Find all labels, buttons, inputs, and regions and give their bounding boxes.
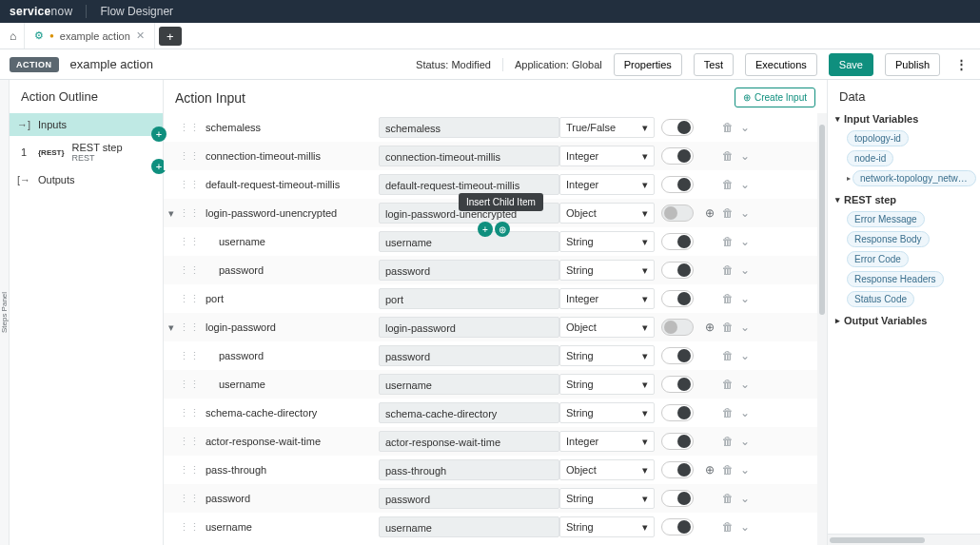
type-select[interactable]: String▾ (559, 374, 655, 395)
kebab-menu-button[interactable]: ⋮ (951, 57, 970, 71)
home-tab[interactable]: ⌂ (2, 23, 25, 49)
add-child-button[interactable]: ⊕ (700, 321, 719, 334)
row-expand-button[interactable]: ⌄ (736, 178, 754, 191)
data-chip[interactable]: Error Code (847, 251, 909, 267)
expand-toggle[interactable]: ▾ (164, 207, 179, 220)
mandatory-toggle[interactable] (661, 461, 694, 478)
type-select[interactable]: True/False▾ (559, 117, 655, 138)
outline-inputs-row[interactable]: →] Inputs + (10, 113, 163, 136)
add-child-button[interactable]: ⊕ (700, 463, 719, 477)
drag-handle-icon[interactable]: ⋮⋮ (179, 379, 192, 391)
row-expand-button[interactable]: ⌄ (736, 406, 754, 419)
delete-button[interactable]: 🗑 (719, 349, 736, 362)
type-select[interactable]: Object▾ (559, 459, 655, 480)
mandatory-toggle[interactable] (661, 119, 694, 136)
type-select[interactable]: String▾ (559, 345, 655, 366)
mandatory-toggle[interactable] (661, 147, 694, 165)
field-name-input[interactable]: username (379, 231, 559, 252)
test-button[interactable]: Test (694, 53, 734, 76)
tab-example-action[interactable]: ⚙ ● example action ✕ (25, 23, 155, 49)
drag-handle-icon[interactable]: ⋮⋮ (179, 464, 192, 477)
data-chip[interactable]: topology-id (847, 130, 909, 146)
drag-handle-icon[interactable]: ⋮⋮ (179, 436, 192, 448)
drag-handle-icon[interactable]: ⋮⋮ (179, 350, 192, 362)
drag-handle-icon[interactable]: ⋮⋮ (179, 293, 192, 305)
data-chip[interactable]: node-id (847, 150, 893, 166)
delete-button[interactable]: 🗑 (719, 149, 736, 163)
delete-button[interactable]: 🗑 (719, 178, 736, 191)
mandatory-toggle[interactable] (661, 490, 694, 507)
mandatory-toggle[interactable] (661, 347, 694, 364)
create-input-button[interactable]: ⊕Create Input (735, 88, 815, 107)
delete-button[interactable]: 🗑 (719, 520, 736, 534)
delete-button[interactable]: 🗑 (719, 292, 736, 305)
row-expand-button[interactable]: ⌄ (736, 263, 754, 277)
drag-handle-icon[interactable]: ⋮⋮ (179, 122, 192, 134)
mandatory-toggle[interactable] (661, 518, 694, 535)
row-expand-button[interactable]: ⌄ (736, 206, 754, 220)
mandatory-toggle[interactable] (661, 376, 694, 393)
data-chip[interactable]: Response Headers (847, 271, 944, 287)
field-name-input[interactable]: actor-response-wait-time (379, 431, 559, 452)
delete-button[interactable]: 🗑 (719, 463, 736, 477)
data-chip[interactable]: Error Message (847, 211, 925, 227)
drag-handle-icon[interactable]: ⋮⋮ (179, 207, 192, 220)
executions-button[interactable]: Executions (745, 53, 817, 76)
field-name-input[interactable]: username (379, 374, 559, 395)
mandatory-toggle[interactable] (661, 204, 694, 222)
row-expand-button[interactable]: ⌄ (736, 463, 754, 477)
drag-handle-icon[interactable]: ⋮⋮ (179, 179, 192, 191)
caret-icon[interactable]: ▸ (847, 174, 851, 183)
type-select[interactable]: String▾ (559, 231, 655, 252)
type-select[interactable]: String▾ (559, 260, 655, 281)
mandatory-toggle[interactable] (661, 433, 694, 450)
section-output-variables[interactable]: ▸Output Variables (828, 311, 980, 330)
close-tab-button[interactable]: ✕ (136, 29, 145, 42)
drag-handle-icon[interactable]: ⋮⋮ (179, 150, 192, 163)
mandatory-toggle[interactable] (661, 319, 694, 336)
field-name-input[interactable]: default-request-timeout-millis (379, 174, 559, 195)
mandatory-toggle[interactable] (661, 176, 694, 193)
row-expand-button[interactable]: ⌄ (736, 378, 754, 391)
publish-button[interactable]: Publish (885, 53, 940, 76)
save-button[interactable]: Save (829, 53, 873, 76)
section-input-variables[interactable]: ▾Input Variables (828, 109, 980, 128)
vertical-scrollbar[interactable] (817, 113, 827, 545)
drag-handle-icon[interactable]: ⋮⋮ (179, 236, 192, 248)
outline-outputs-row[interactable]: [→ Outputs (10, 168, 163, 191)
drag-handle-icon[interactable]: ⋮⋮ (179, 493, 192, 505)
delete-button[interactable]: 🗑 (719, 121, 736, 134)
row-expand-button[interactable]: ⌄ (736, 520, 754, 534)
field-name-input[interactable]: pass-through (379, 459, 559, 480)
row-expand-button[interactable]: ⌄ (736, 149, 754, 163)
type-select[interactable]: Object▾ (559, 317, 655, 338)
delete-button[interactable]: 🗑 (719, 263, 736, 277)
drag-handle-icon[interactable]: ⋮⋮ (179, 407, 192, 419)
mandatory-toggle[interactable] (661, 233, 694, 250)
type-select[interactable]: Integer▾ (559, 288, 655, 309)
add-child-button[interactable]: ⊕ (700, 206, 719, 220)
row-expand-button[interactable]: ⌄ (736, 435, 754, 448)
data-chip[interactable]: network-topology_network-topology… (853, 170, 976, 186)
row-expand-button[interactable]: ⌄ (736, 492, 754, 505)
mandatory-toggle[interactable] (661, 404, 694, 421)
field-name-input[interactable]: port (379, 288, 559, 309)
mandatory-toggle[interactable] (661, 262, 694, 279)
field-name-input[interactable]: schema-cache-directory (379, 402, 559, 423)
delete-button[interactable]: 🗑 (719, 206, 736, 220)
row-expand-button[interactable]: ⌄ (736, 292, 754, 305)
drag-handle-icon[interactable]: ⋮⋮ (179, 264, 192, 277)
type-select[interactable]: String▾ (559, 516, 655, 537)
field-name-input[interactable]: password (379, 260, 559, 281)
section-rest-step[interactable]: ▾REST step (828, 190, 980, 209)
delete-button[interactable]: 🗑 (719, 492, 736, 505)
expand-toggle[interactable]: ▾ (164, 321, 179, 334)
row-expand-button[interactable]: ⌄ (736, 235, 754, 248)
type-select[interactable]: Object▾ (559, 203, 655, 224)
data-chip[interactable]: Response Body (847, 231, 930, 247)
field-name-input[interactable]: schemaless (379, 117, 559, 138)
drag-handle-icon[interactable]: ⋮⋮ (179, 521, 192, 534)
field-name-input[interactable]: connection-timeout-millis (379, 146, 559, 166)
row-expand-button[interactable]: ⌄ (736, 321, 754, 334)
field-name-input[interactable]: username (379, 516, 559, 537)
